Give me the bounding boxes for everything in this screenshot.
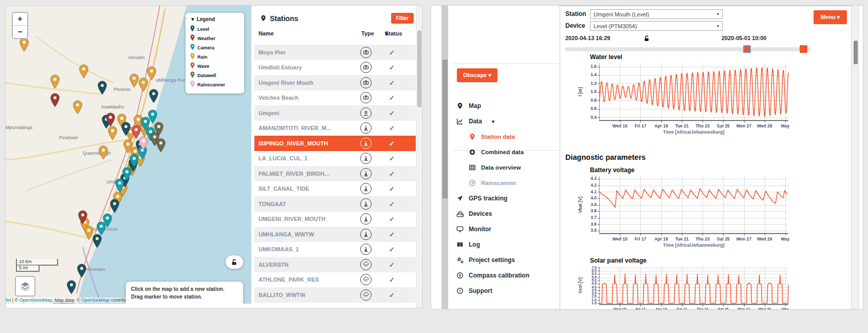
station-pin-rain[interactable] [98,145,108,160]
leaflet-map[interactable]: VerulamPhoenixKwaMashuuMhlanga RocksPine… [6,6,251,304]
zoom-out-button[interactable]: − [13,26,27,38]
station-pin-rain[interactable] [146,66,157,81]
station-row[interactable]: ISIPINGO_RIVER_MOUTH✓ [254,136,416,151]
station-pin-camera[interactable] [96,221,106,236]
sidebar-item-support[interactable]: ?Support [453,283,567,299]
station-row[interactable]: Umdloti Estuary✓ [254,60,416,76]
range-lock-button[interactable] [643,35,650,42]
status-ok-icon: ✓ [389,185,395,193]
station-pin-level[interactable] [109,199,120,213]
legend-collapse-caret-icon: ▼ [190,16,195,22]
station-type-camera-icon [360,47,372,58]
stations-scrollbar[interactable] [416,6,422,308]
device-select[interactable]: Level (PTM3054) ▾ [590,21,723,31]
column-type[interactable]: Type [361,30,374,36]
station-pin-level[interactable] [97,81,107,95]
filter-button[interactable]: Filter [391,13,414,24]
station-row[interactable]: Vetches Beach✓ [254,90,416,106]
slider-handle-start[interactable] [743,45,751,53]
obscape-menu-button[interactable]: Obscape ▾ [457,68,497,82]
openseamap-link[interactable]: OpenSeaMap [81,298,110,303]
station-pin-weather[interactable] [78,210,88,225]
stations-list: Moyo Pier✓Umdloti Estuary✓Umgeni River M… [254,45,416,303]
station-pin-rain[interactable] [129,73,139,88]
station-pin-rain[interactable] [19,38,29,52]
station-pin-level[interactable] [66,280,77,294]
stations-column-headers: Name Type Status ▾ [254,30,416,43]
scrollbar-thumb[interactable] [417,30,421,107]
sidebar-item-monitor[interactable]: Monitor [453,221,567,237]
station-row[interactable]: Umgeni✓ [254,105,416,121]
station-name: UMHLANGA_WWTW [258,231,314,237]
legend-header[interactable]: ▼ Legend [190,16,239,22]
scrollbar-thumb[interactable] [442,60,448,198]
station-pin-rain[interactable] [79,64,89,79]
map-zoom-control: + − [12,12,28,39]
station-row[interactable]: AMANZIMTOTI_RIVER_M...✓ [254,121,416,136]
station-name: AMANZIMTOTI_RIVER_M... [258,125,331,131]
station-pin-level[interactable] [149,89,159,103]
menu-button[interactable]: Menu ▾ [814,10,847,24]
station-row[interactable]: ATHLONE_PARK_RES✓ [254,272,416,288]
sidebar-item-compass-calibration[interactable]: Compass calibration [453,268,567,283]
status-ok-icon: ✓ [389,79,395,86]
sidebar-item-devices[interactable]: Devices [453,206,567,221]
map-legend: ▼ Legend LevelWeatherCameraRainWaveDataw… [186,13,244,94]
dashboard-scrollbar[interactable] [853,6,859,309]
zoom-in-button[interactable]: + [13,13,27,26]
sidebar-item-rainscanner[interactable]: Rainscanner [453,175,567,191]
scrollbar-thumb[interactable] [854,41,858,64]
station-row[interactable]: UMKOMAAS_1✓ [254,242,416,257]
station-select[interactable]: Umgeni Mouth (Level) ▾ [590,9,723,19]
sort-caret-icon: ▾ [385,30,388,37]
station-pin-camera[interactable] [115,178,125,193]
sidebar-item-data-overview[interactable]: Data overview [453,160,567,175]
station-row[interactable]: UMGENI_RIVER_MOUTH✓ [254,212,416,227]
sidebar: Obscape ▾ MapData▾Station dataCombined d… [453,6,567,309]
water-level-chart[interactable] [576,61,792,138]
sidebar-item-station-data[interactable]: Station data [453,129,567,144]
station-pin-rain[interactable] [72,100,83,115]
osm-link[interactable]: OpenStreetMap [20,298,52,303]
station-pin-weather[interactable] [50,93,60,107]
station-pin-rainscanner[interactable] [138,136,149,151]
legend-item-datawell: Datawell [190,71,239,79]
town-label: Phoenix [114,87,131,92]
station-name: ISIPINGO_RIVER_MOUTH [258,140,328,146]
station-pin-datawell[interactable] [156,138,166,153]
sidebar-item-log[interactable]: Log [453,237,567,252]
sidebar-item-combined-data[interactable]: Combined data [453,144,567,160]
station-pin-rain[interactable] [50,75,60,89]
station-type-level-icon [360,213,372,225]
layers-control[interactable] [15,276,35,297]
station-pin-camera[interactable] [129,154,139,168]
station-row[interactable]: SILT_CANAL_TIDE✓ [254,181,416,197]
sidebar-item-project-settings[interactable]: Project settings [453,252,567,268]
battery-voltage-chart[interactable] [576,174,792,251]
time-range-slider[interactable] [565,47,810,51]
station-row[interactable]: UMHLANGA_WWTW✓ [254,227,416,242]
station-row[interactable]: ALVERSTN✓ [254,257,416,272]
station-row[interactable]: PALMIET_RIVER_BIRDH...✓ [254,166,416,181]
station-pin-level[interactable] [77,264,87,278]
sidebar-item-data[interactable]: Data▾ [453,114,567,129]
sidebar-item-map[interactable]: Map [453,98,567,114]
log-icon [456,240,464,249]
scale-mi: 5 mi [16,265,40,272]
station-pin-weather[interactable] [105,113,116,127]
station-row[interactable]: Moyo Pier✓ [254,45,416,60]
station-pin-level[interactable] [121,122,131,136]
station-row[interactable]: Umgeni River Mouth✓ [254,75,416,90]
solar-voltage-chart[interactable] [576,264,792,310]
page-scrollbar-left[interactable] [441,6,448,309]
station-row[interactable]: TONGAAT✓ [254,196,416,212]
column-name[interactable]: Name [258,30,274,36]
station-row[interactable]: LA_LUCIA_CUL_1✓ [254,151,416,166]
slider-handle-end[interactable] [800,45,807,53]
station-row[interactable]: BALLITO_WWTW✓ [254,287,416,303]
station-pin-level[interactable] [92,234,102,248]
status-ok-icon: ✓ [389,155,395,162]
sidebar-item-gps-tracking[interactable]: GPS tracking [453,191,567,206]
map-lock-button[interactable] [226,255,243,269]
leaflet-link[interactable]: Leaflet [6,298,11,303]
